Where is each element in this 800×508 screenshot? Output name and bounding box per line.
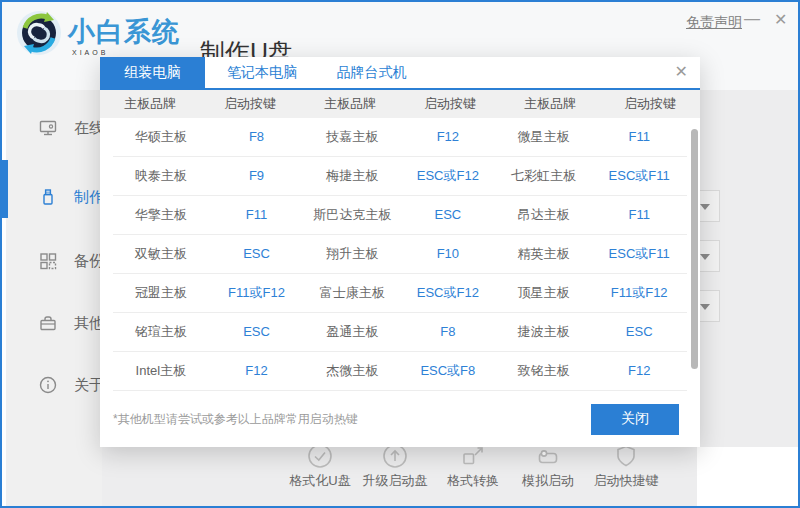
chevron-down-icon	[700, 254, 710, 260]
sidebar-item-online[interactable]: 在线	[38, 118, 104, 138]
key-cell: F11	[591, 118, 687, 156]
key-cell: ESC	[209, 235, 305, 273]
key-cell: ESC或F8	[400, 352, 496, 390]
app-logo-icon	[16, 10, 62, 56]
brand-cell: 华硕主板	[113, 118, 209, 156]
brand-cell: 捷波主板	[496, 313, 592, 351]
grid-icon	[38, 251, 58, 271]
table-row: 映泰主板 F9 梅捷主板 ESC或F12 七彩虹主板 ESC或F11	[113, 157, 687, 196]
brand-cell: 精英主板	[496, 235, 592, 273]
brand-cell: 华擎主板	[113, 196, 209, 234]
key-cell: ESC或F12	[400, 274, 496, 312]
brand-cell: 顶星主板	[496, 274, 592, 312]
info-icon	[38, 375, 58, 395]
key-cell: F8	[209, 118, 305, 156]
minimize-icon[interactable]: —	[744, 10, 760, 28]
brand-cell: 致铭主板	[496, 352, 592, 390]
tool-label: 模拟启动	[522, 472, 574, 490]
brand-cell: 杰微主板	[304, 352, 400, 390]
brand-cell: 技嘉主板	[304, 118, 400, 156]
brand-cell: 富士康主板	[304, 274, 400, 312]
brand-cell: 梅捷主板	[304, 157, 400, 195]
window-close-icon[interactable]: ✕	[774, 10, 787, 29]
disclaimer-link[interactable]: 免责声明	[686, 14, 742, 32]
key-cell: F10	[400, 235, 496, 273]
column-header: 主板品牌	[500, 90, 600, 118]
table-row: Intel主板 F12 杰微主板 ESC或F8 致铭主板 F12	[113, 352, 687, 391]
key-cell: F11	[591, 196, 687, 234]
table-row: 华擎主板 F11 斯巴达克主板 ESC 昂达主板 F11	[113, 196, 687, 235]
tool-label: 格式转换	[447, 472, 499, 490]
sidebar-item-about[interactable]: 关于	[38, 375, 104, 395]
tab-assembled-pc[interactable]: 组装电脑	[100, 57, 205, 88]
key-cell: ESC或F11	[591, 157, 687, 195]
tool-label: 格式化U盘	[289, 472, 350, 490]
chevron-down-icon	[700, 204, 710, 210]
table-body: 华硕主板 F8 技嘉主板 F12 微星主板 F11 映泰主板 F9 梅捷主板 E…	[100, 118, 700, 391]
key-cell: ESC	[209, 313, 305, 351]
column-header: 启动按键	[200, 90, 300, 118]
tab-brand-desktop[interactable]: 品牌台式机	[319, 57, 424, 88]
dialog-footer: *其他机型请尝试或参考以上品牌常用启动热键 关闭	[100, 391, 700, 447]
key-cell: ESC	[400, 196, 496, 234]
sidebar-active-indicator	[2, 160, 8, 218]
key-cell: F9	[209, 157, 305, 195]
tool-label: 升级启动盘	[363, 472, 428, 490]
brand-cell: 映泰主板	[113, 157, 209, 195]
key-cell: F12	[400, 118, 496, 156]
chevron-down-icon	[700, 304, 710, 310]
tool-boot-hotkey[interactable]: 启动快捷键	[576, 443, 676, 490]
briefcase-icon	[38, 313, 58, 333]
app-name: 小白系统	[68, 14, 180, 50]
key-cell: F11或F12	[209, 274, 305, 312]
content-corner-panel	[697, 447, 798, 506]
brand-cell: 七彩虹主板	[496, 157, 592, 195]
brand-cell: 双敏主板	[113, 235, 209, 273]
dialog-scrollbar[interactable]	[691, 129, 698, 369]
key-cell: F12	[209, 352, 305, 390]
dialog-tabbar: 组装电脑 笔记本电脑 品牌台式机 ✕	[100, 57, 700, 90]
key-cell: ESC或F11	[591, 235, 687, 273]
app-subtitle: XIAOB	[72, 49, 108, 56]
column-header: 启动按键	[400, 90, 500, 118]
key-cell: F11或F12	[591, 274, 687, 312]
app-window: 小白系统 XIAOB 制作U盘 免责声明 — ✕ 在线 制作	[0, 0, 800, 508]
key-cell: F8	[400, 313, 496, 351]
sidebar-item-other[interactable]: 其他	[38, 313, 104, 333]
column-header: 主板品牌	[300, 90, 400, 118]
monitor-icon	[38, 118, 58, 138]
key-cell: ESC	[591, 313, 687, 351]
tool-label: 启动快捷键	[594, 472, 659, 490]
table-row: 华硕主板 F8 技嘉主板 F12 微星主板 F11	[113, 118, 687, 157]
column-header: 启动按键	[600, 90, 700, 118]
brand-cell: 盈通主板	[304, 313, 400, 351]
brand-cell: 冠盟主板	[113, 274, 209, 312]
brand-cell: 昂达主板	[496, 196, 592, 234]
tab-laptop[interactable]: 笔记本电脑	[209, 57, 314, 88]
footer-note: *其他机型请尝试或参考以上品牌常用启动热键	[113, 411, 358, 428]
key-cell: F11	[209, 196, 305, 234]
table-row: 铭瑄主板 ESC 盈通主板 F8 捷波主板 ESC	[113, 313, 687, 352]
boot-hotkey-dialog: 组装电脑 笔记本电脑 品牌台式机 ✕ 主板品牌 启动按键 主板品牌 启动按键 主…	[100, 57, 700, 447]
key-cell: F12	[591, 352, 687, 390]
usb-icon	[38, 187, 58, 207]
table-row: 双敏主板 ESC 翔升主板 F10 精英主板 ESC或F11	[113, 235, 687, 274]
sidebar-item-make-usb[interactable]: 制作	[38, 187, 104, 207]
brand-cell: 微星主板	[496, 118, 592, 156]
brand-cell: 斯巴达克主板	[304, 196, 400, 234]
brand-cell: 翔升主板	[304, 235, 400, 273]
dialog-close-icon[interactable]: ✕	[675, 62, 688, 81]
table-header-row: 主板品牌 启动按键 主板品牌 启动按键 主板品牌 启动按键	[100, 90, 700, 118]
brand-cell: Intel主板	[113, 352, 209, 390]
brand-cell: 铭瑄主板	[113, 313, 209, 351]
sidebar-item-backup[interactable]: 备份	[38, 251, 104, 271]
sidebar	[6, 90, 102, 506]
close-button[interactable]: 关闭	[591, 404, 679, 435]
table-row: 冠盟主板 F11或F12 富士康主板 ESC或F12 顶星主板 F11或F12	[113, 274, 687, 313]
key-cell: ESC或F12	[400, 157, 496, 195]
column-header: 主板品牌	[100, 90, 200, 118]
